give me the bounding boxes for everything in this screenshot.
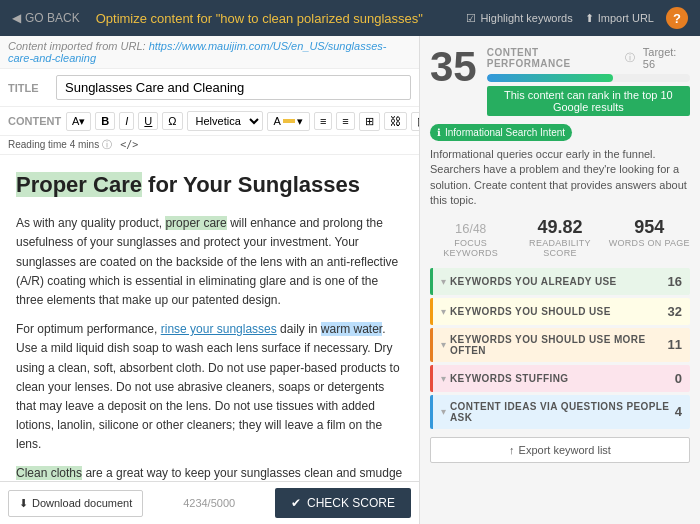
url-bar: Content imported from URL: https://www.m… (0, 36, 419, 69)
main-layout: Content imported from URL: https://www.m… (0, 36, 700, 524)
stat-readability-value: 49.82 (519, 217, 600, 238)
intent-badge: ℹ Informational Search Intent (430, 124, 572, 141)
header-actions: ☑ Highlight keywords ⬆ Import URL ? (466, 7, 688, 29)
paragraph-2: For optimum performance, rinse your sung… (16, 320, 403, 454)
kw-content-ideas[interactable]: ▾ CONTENT IDEAS VIA QUESTIONS PEOPLE ASK… (430, 395, 690, 429)
chevron-content-ideas: ▾ (441, 406, 446, 417)
footer-bar: ⬇ Download document 4234/5000 ✔ CHECK SC… (0, 481, 419, 524)
content-heading: Proper Care for Your Sunglasses (16, 167, 403, 202)
stat-words: 954 WORDS ON PAGE (609, 217, 690, 258)
chevron-should-use: ▾ (441, 306, 446, 317)
download-icon: ⬇ (19, 497, 28, 510)
back-label: GO BACK (25, 11, 80, 25)
stats-row: 16/48 FOCUS KEYWORDS 49.82 READABILITY S… (430, 217, 690, 258)
stat-focus-keywords: 16/48 FOCUS KEYWORDS (430, 217, 511, 258)
intent-icon: ℹ (437, 127, 441, 138)
indent-button[interactable]: ⊞ (359, 112, 380, 131)
title-row: TITLE (0, 69, 419, 107)
right-panel: 35 CONTENT PERFORMANCE ⓘ Target: 56 This… (420, 36, 700, 524)
export-icon: ↑ (509, 444, 515, 456)
check-score-button[interactable]: ✔ CHECK SCORE (275, 488, 411, 518)
color-chevron: ▾ (297, 115, 303, 128)
score-bar-fill (487, 74, 613, 82)
score-rank: This content can rank in the top 10 Goog… (487, 86, 690, 116)
underline-button[interactable]: U (138, 112, 158, 130)
intent-description: Informational queries occur early in the… (430, 147, 690, 209)
kw-stuffing-count: 0 (675, 371, 682, 386)
heading-proper-highlight: Proper Care (16, 172, 142, 197)
content-area[interactable]: Proper Care for Your Sunglasses As with … (0, 155, 419, 481)
stat-readability: 49.82 READABILITY SCORE (519, 217, 600, 258)
color-letter: A (274, 115, 281, 127)
word-count: 4234/5000 (151, 497, 267, 509)
highlight-warm-water: warm water (321, 322, 382, 336)
import-icon: ⬆ (585, 12, 594, 25)
highlight-keywords-button[interactable]: ☑ Highlight keywords (466, 12, 572, 25)
highlight-rinse: rinse your sunglasses (161, 322, 277, 336)
intent-section: ℹ Informational Search Intent Informatio… (430, 124, 690, 209)
font-family-select[interactable]: Helvetica (187, 111, 263, 131)
text-color-button[interactable]: A ▾ (267, 112, 310, 131)
color-swatch (283, 119, 295, 123)
import-url-button[interactable]: ⬆ Import URL (585, 12, 654, 25)
kw-more-often-count: 11 (668, 337, 682, 352)
help-button[interactable]: ? (666, 7, 688, 29)
checkmark-icon: ✔ (291, 496, 301, 510)
italic-button[interactable]: I (119, 112, 134, 130)
export-keyword-list-button[interactable]: ↑ Export keyword list (430, 437, 690, 463)
title-input[interactable] (56, 75, 411, 100)
download-button[interactable]: ⬇ Download document (8, 490, 143, 517)
paragraph-3: Clean cloths are a great way to keep you… (16, 464, 403, 481)
chevron-stuffing: ▾ (441, 373, 446, 384)
format-button[interactable]: A▾ (66, 112, 91, 131)
keyword-section: ▾ KEYWORDS YOU ALREADY USE 16 ▾ KEYWORDS… (430, 268, 690, 429)
kw-more-often[interactable]: ▾ KEYWORDS YOU SHOULD USE MORE OFTEN 11 (430, 328, 690, 362)
image-button[interactable]: ▣ (411, 112, 420, 131)
kw-content-ideas-label: CONTENT IDEAS VIA QUESTIONS PEOPLE ASK (450, 401, 675, 423)
score-label: CONTENT PERFORMANCE (487, 47, 621, 69)
chevron-already-use: ▾ (441, 276, 446, 287)
score-info-icon: ⓘ (625, 51, 635, 65)
kw-stuffing-label: KEYWORDS STUFFING (450, 373, 675, 384)
code-tag: </> (120, 139, 138, 150)
list-unordered-button[interactable]: ≡ (314, 112, 332, 130)
toolbar: CONTENT A▾ B I U Ω Helvetica A ▾ ≡ ≡ ⊞ ⛓… (0, 107, 419, 136)
back-arrow-icon: ◀ (12, 11, 21, 25)
kw-already-label: KEYWORDS YOU ALREADY USE (450, 276, 668, 287)
stat-words-label: WORDS ON PAGE (609, 238, 690, 248)
list-ordered-button[interactable]: ≡ (336, 112, 354, 130)
chevron-more-often: ▾ (441, 339, 446, 350)
header-title: Optimize content for "how to clean polar… (96, 11, 451, 26)
checkbox-icon: ☑ (466, 12, 476, 25)
score-section: 35 CONTENT PERFORMANCE ⓘ Target: 56 This… (430, 46, 690, 116)
score-number: 35 (430, 46, 477, 88)
bold-button[interactable]: B (95, 112, 115, 130)
highlight-clean-cloths: Clean cloths (16, 466, 82, 480)
stat-readability-label: READABILITY SCORE (519, 238, 600, 258)
score-info: CONTENT PERFORMANCE ⓘ Target: 56 This co… (487, 46, 690, 116)
content-label: CONTENT (8, 115, 58, 127)
kw-already-use[interactable]: ▾ KEYWORDS YOU ALREADY USE 16 (430, 268, 690, 295)
kw-content-ideas-count: 4 (675, 404, 682, 419)
link-button[interactable]: ⛓ (384, 112, 407, 130)
kw-stuffing[interactable]: ▾ KEYWORDS STUFFING 0 (430, 365, 690, 392)
kw-should-use[interactable]: ▾ KEYWORDS YOU SHOULD USE 32 (430, 298, 690, 325)
special-char-button[interactable]: Ω (162, 112, 182, 130)
stat-words-value: 954 (609, 217, 690, 238)
kw-more-often-label: KEYWORDS YOU SHOULD USE MORE OFTEN (450, 334, 668, 356)
highlight-proper-care: proper care (165, 216, 226, 230)
stat-focus-value: 16/48 (430, 217, 511, 238)
score-target: Target: 56 (643, 46, 690, 70)
back-button[interactable]: ◀ GO BACK (12, 11, 80, 25)
score-bar (487, 74, 690, 82)
paragraph-1: As with any quality product, proper care… (16, 214, 403, 310)
stat-focus-label: FOCUS KEYWORDS (430, 238, 511, 258)
left-panel: Content imported from URL: https://www.m… (0, 36, 420, 524)
kw-should-count: 32 (668, 304, 682, 319)
kw-should-label: KEYWORDS YOU SHOULD USE (450, 306, 668, 317)
reading-time-bar: Reading time 4 mins ⓘ </> (0, 136, 419, 155)
kw-already-count: 16 (668, 274, 682, 289)
heading-rest: for Your Sunglasses (148, 172, 360, 197)
header: ◀ GO BACK Optimize content for "how to c… (0, 0, 700, 36)
title-label-text: TITLE (8, 82, 48, 94)
